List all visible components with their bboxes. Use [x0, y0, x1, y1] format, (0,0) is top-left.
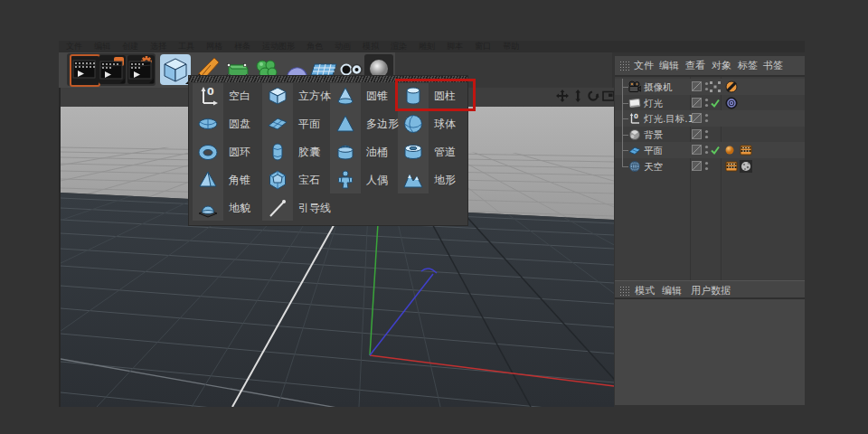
attribute-manager-panel: 模式 编辑 用户数据 [615, 280, 805, 405]
menu-item[interactable]: 角色 [307, 41, 323, 52]
disc-icon[interactable] [197, 113, 219, 135]
visibility-dots[interactable] [704, 98, 709, 108]
oiltank-icon[interactable] [335, 141, 356, 163]
svg-text:0: 0 [634, 113, 638, 120]
menu-item[interactable]: 模拟 [363, 41, 379, 52]
torus-icon[interactable] [197, 141, 219, 163]
layer-color-box[interactable] [692, 113, 702, 123]
om-menu-edit[interactable]: 编辑 [659, 56, 679, 75]
capsule-icon[interactable] [267, 141, 288, 163]
menu-item[interactable]: 创建 [122, 41, 138, 52]
render-region-button[interactable] [99, 55, 126, 84]
layer-color-box[interactable] [692, 98, 702, 108]
tube-icon[interactable] [402, 141, 424, 163]
texture-sphere-tag-icon[interactable] [740, 160, 752, 173]
object-row-camera[interactable]: 摄像机 [615, 79, 805, 95]
primitive-item-label[interactable]: 人偶 [366, 166, 388, 193]
menu-item[interactable]: 动画 [335, 41, 351, 52]
cone-icon[interactable] [335, 85, 356, 107]
render-view-button[interactable] [70, 54, 100, 87]
texture-dot-tag-icon[interactable] [725, 146, 734, 155]
visibility-dots[interactable] [704, 81, 709, 91]
primitive-item-label[interactable]: 平面 [298, 110, 320, 137]
am-menu-mode[interactable]: 模式 [635, 281, 655, 300]
landscape-icon[interactable] [402, 169, 424, 191]
menu-item[interactable]: 脚本 [447, 41, 463, 52]
menu-item[interactable]: 网格 [206, 41, 222, 52]
primitive-item-label[interactable]: 圆盘 [229, 110, 250, 137]
crosshair-icon[interactable] [710, 81, 721, 92]
compositing-tag-icon[interactable] [725, 160, 738, 173]
no-entry-tag-icon[interactable] [725, 80, 738, 93]
object-row-light-target[interactable]: 0 灯光.目标.1 [615, 110, 805, 127]
add-cube-button[interactable] [160, 54, 191, 85]
om-menu-view[interactable]: 查看 [685, 56, 705, 75]
layer-color-box[interactable] [692, 161, 702, 171]
menu-item[interactable]: 样条 [234, 41, 250, 52]
plane-icon [628, 144, 641, 156]
gem-icon[interactable] [267, 169, 288, 191]
visibility-dots[interactable] [704, 161, 709, 171]
menu-item[interactable]: 渲染 [391, 41, 407, 52]
object-row-light[interactable]: 灯光 [615, 95, 805, 111]
menu-item[interactable]: 雕刻 [419, 41, 435, 52]
layer-color-box[interactable] [692, 129, 702, 139]
object-row-plane[interactable]: 平面 [615, 142, 805, 158]
primitive-item-label[interactable]: 管道 [434, 138, 456, 165]
am-menu-edit[interactable]: 编辑 [662, 281, 682, 300]
polygon-icon[interactable] [335, 113, 356, 135]
primitive-item-label[interactable]: 引导线 [298, 194, 331, 222]
visibility-dots[interactable] [704, 113, 709, 123]
primitive-item-label[interactable]: 地貌 [229, 194, 250, 222]
layer-color-box[interactable] [692, 145, 702, 155]
primitive-item-label[interactable]: 圆锥 [366, 82, 388, 109]
sphere-icon[interactable] [402, 113, 424, 135]
guide-icon[interactable] [267, 197, 288, 219]
cube-icon[interactable] [267, 85, 288, 107]
panel-grip-icon[interactable] [619, 61, 631, 71]
relief-icon[interactable] [197, 197, 219, 219]
camera-icon [628, 80, 641, 93]
tree-stub [622, 118, 628, 119]
layer-color-box[interactable] [692, 81, 702, 91]
menu-item[interactable]: 窗口 [475, 41, 491, 52]
menu-item[interactable]: 帮助 [503, 41, 519, 52]
am-menu-userdata[interactable]: 用户数据 [691, 281, 731, 300]
primitive-item-label[interactable]: 宝石 [298, 166, 320, 193]
om-menu-object[interactable]: 对象 [712, 56, 731, 75]
primitive-item-label[interactable]: 多边形 [366, 110, 399, 137]
enabled-check-icon[interactable] [710, 98, 721, 108]
panel-grip-icon[interactable] [619, 286, 631, 297]
menu-item[interactable]: 编辑 [94, 41, 110, 52]
target-tag-icon[interactable] [725, 97, 738, 109]
menu-item[interactable]: 运动图形 [262, 41, 295, 52]
menu-item[interactable]: 工具 [178, 41, 194, 52]
primitive-item-label[interactable]: 地形 [434, 166, 456, 193]
null-icon[interactable]: 0 [197, 85, 219, 107]
enabled-check-icon[interactable] [710, 145, 721, 156]
om-menu-bookmark[interactable]: 书签 [763, 56, 783, 75]
object-row-sky[interactable]: 天空 [615, 158, 805, 175]
om-menu-file[interactable]: 文件 [634, 56, 654, 75]
menu-item[interactable]: 选择 [150, 41, 166, 52]
plane-icon[interactable] [267, 113, 288, 135]
compositing-tag-icon[interactable] [740, 144, 752, 156]
primitive-item-label[interactable]: 角锥 [229, 166, 250, 193]
primitive-item-label[interactable]: 胶囊 [298, 138, 320, 165]
om-menu-tag[interactable]: 标签 [738, 56, 758, 75]
primitive-item-label[interactable]: 立方体 [298, 82, 331, 109]
primitive-item-label[interactable]: 圆环 [229, 138, 250, 165]
object-manager-menubar: 文件 编辑 查看 对象 标签 书签 [615, 56, 805, 77]
render-settings-button[interactable] [127, 55, 155, 84]
primitive-item-label[interactable]: 空白 [229, 82, 250, 109]
primitive-item-label[interactable]: 油桶 [366, 138, 388, 165]
primitive-item-label[interactable]: 球体 [434, 110, 456, 137]
figure-icon[interactable] [335, 169, 356, 191]
visibility-dots[interactable] [704, 129, 709, 139]
visibility-dots[interactable] [704, 145, 709, 155]
menu-item[interactable]: 文件 [66, 41, 82, 52]
pyramid-icon[interactable] [197, 169, 219, 191]
object-row-background[interactable]: 背景 [615, 127, 805, 143]
background-icon [628, 128, 641, 141]
clapperboard-icon [71, 56, 97, 81]
